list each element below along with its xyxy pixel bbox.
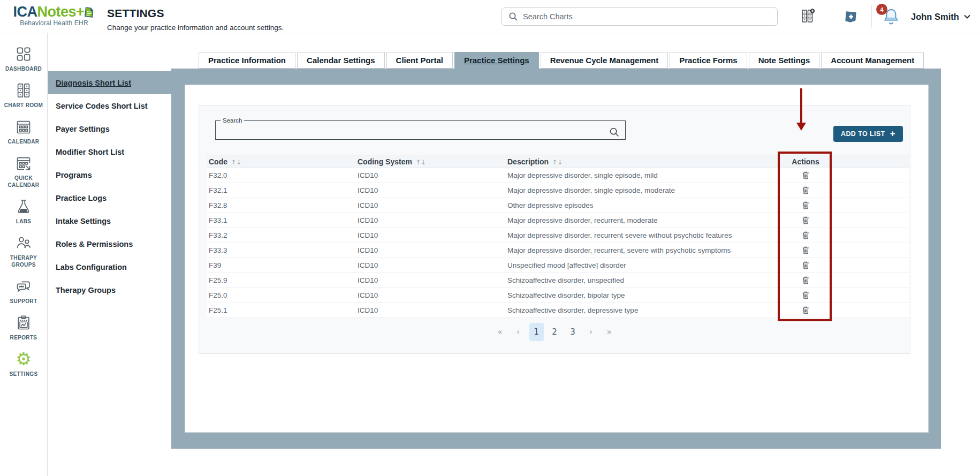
support-chat-icon bbox=[16, 278, 32, 294]
pagination-prev[interactable]: ‹ bbox=[511, 323, 526, 341]
cell-actions bbox=[779, 185, 832, 195]
delete-row-button[interactable] bbox=[800, 290, 811, 300]
logo-tagline: Behavioral Health EHR bbox=[9, 19, 100, 27]
table-body: F32.0 ICD10 Major depressive disorder, s… bbox=[207, 168, 909, 318]
cell-code: F33.2 bbox=[207, 231, 356, 239]
delete-row-button[interactable] bbox=[800, 260, 811, 270]
pagination-next[interactable]: › bbox=[584, 323, 598, 341]
settings-nav-item-modifier-short-list[interactable]: Modifier Short List bbox=[48, 140, 171, 163]
sidebar-item-chart-room[interactable]: CHART ROOM bbox=[4, 82, 43, 109]
new-item-flag-button[interactable] bbox=[842, 9, 859, 25]
table-row: F32.8 ICD10 Other depressive episodes bbox=[207, 198, 909, 213]
cell-description: Schizoaffective disorder, depressive typ… bbox=[506, 306, 779, 314]
cell-actions bbox=[779, 215, 832, 225]
column-header-description[interactable]: Description↑↓ bbox=[506, 157, 779, 166]
search-icon[interactable] bbox=[609, 127, 620, 138]
pagination-page-1[interactable]: 1 bbox=[529, 323, 544, 341]
cell-actions bbox=[779, 170, 832, 180]
app-root: ICANotes+ Behavioral Health EHR SETTINGS… bbox=[0, 0, 980, 476]
settings-nav-item-roles-permissions[interactable]: Roles & Permissions bbox=[48, 232, 171, 255]
settings-tabs: Practice Information Calendar Settings C… bbox=[199, 52, 924, 69]
sidebar-item-quick-calendar[interactable]: QUICK CALENDAR bbox=[2, 155, 45, 188]
cell-code: F33.1 bbox=[207, 216, 356, 224]
list-search-input[interactable] bbox=[219, 125, 602, 141]
delete-row-button[interactable] bbox=[800, 215, 811, 225]
tab-account-management[interactable]: Account Management bbox=[821, 52, 924, 69]
cell-description: Unspecified mood [affective] disorder bbox=[506, 261, 779, 269]
cell-description: Major depressive disorder, recurrent sev… bbox=[506, 231, 779, 239]
tab-practice-information[interactable]: Practice Information bbox=[199, 52, 295, 69]
settings-nav-item-programs[interactable]: Programs bbox=[48, 163, 171, 186]
pagination-last[interactable]: » bbox=[602, 323, 617, 341]
top-bar: ICANotes+ Behavioral Health EHR SETTINGS… bbox=[0, 0, 980, 33]
diagnosis-table: Code↑↓ Coding System↑↓ Description↑↓ Act… bbox=[207, 155, 909, 318]
table-row: F25.0 ICD10 Schizoaffective disorder, bi… bbox=[207, 288, 909, 303]
add-to-list-label: ADD TO LIST bbox=[841, 130, 885, 138]
column-header-actions: Actions bbox=[779, 157, 832, 166]
tab-client-portal[interactable]: Client Portal bbox=[386, 52, 453, 69]
diagnosis-list-section: Search ADD TO LIST + Code↑↓ Coding Syste… bbox=[199, 105, 910, 354]
cell-coding-system: ICD10 bbox=[356, 171, 506, 179]
delete-row-button[interactable] bbox=[800, 245, 811, 255]
content-card: Search ADD TO LIST + Code↑↓ Coding Syste… bbox=[185, 85, 929, 433]
chart-search-box[interactable] bbox=[502, 7, 778, 26]
sort-icon[interactable]: ↑↓ bbox=[552, 158, 563, 166]
delete-row-button[interactable] bbox=[800, 230, 811, 240]
pagination-page-2[interactable]: 2 bbox=[548, 323, 562, 341]
pagination-first[interactable]: « bbox=[493, 323, 507, 341]
user-name: John Smith bbox=[911, 12, 959, 22]
sort-icon[interactable]: ↑↓ bbox=[416, 158, 426, 166]
search-icon bbox=[508, 12, 518, 21]
sidebar-item-labs[interactable]: LABS bbox=[16, 199, 32, 225]
add-to-list-button[interactable]: ADD TO LIST + bbox=[833, 126, 903, 142]
main-sidebar: DASHBOARD CHART ROOM CALENDAR QUICK CALE… bbox=[0, 33, 48, 476]
page-title: SETTINGS bbox=[107, 7, 284, 20]
sidebar-item-support[interactable]: SUPPORT bbox=[10, 278, 37, 305]
cell-actions bbox=[779, 230, 832, 240]
table-row: F33.1 ICD10 Major depressive disorder, r… bbox=[207, 213, 909, 228]
settings-nav-item-payer-settings[interactable]: Payer Settings bbox=[48, 117, 171, 140]
delete-row-button[interactable] bbox=[800, 185, 811, 195]
settings-nav-item-intake-settings[interactable]: Intake Settings bbox=[48, 209, 171, 232]
quick-calendar-icon bbox=[16, 155, 32, 171]
chart-search-input[interactable] bbox=[523, 12, 771, 21]
logo-text: ICANotes+ bbox=[9, 4, 100, 20]
sidebar-label: REPORTS bbox=[10, 334, 37, 341]
cell-actions bbox=[779, 260, 832, 270]
chart-room-icon bbox=[16, 82, 32, 99]
column-header-code[interactable]: Code↑↓ bbox=[207, 157, 356, 166]
delete-row-button[interactable] bbox=[800, 200, 811, 210]
tab-practice-settings[interactable]: Practice Settings bbox=[454, 52, 539, 69]
user-menu[interactable]: John Smith bbox=[911, 0, 971, 33]
sidebar-item-calendar[interactable]: CALENDAR bbox=[8, 119, 40, 145]
icanotes-logo[interactable]: ICANotes+ Behavioral Health EHR bbox=[9, 4, 100, 27]
tab-practice-forms[interactable]: Practice Forms bbox=[670, 52, 747, 69]
delete-row-button[interactable] bbox=[800, 275, 811, 285]
table-header-row: Code↑↓ Coding System↑↓ Description↑↓ Act… bbox=[207, 155, 909, 168]
list-search-field: Search bbox=[215, 117, 626, 140]
delete-row-button[interactable] bbox=[800, 305, 811, 315]
tab-note-settings[interactable]: Note Settings bbox=[749, 52, 820, 69]
sort-icon[interactable]: ↑↓ bbox=[231, 158, 241, 166]
cell-coding-system: ICD10 bbox=[356, 306, 506, 314]
settings-nav-item-service-codes-short-list[interactable]: Service Codes Short List bbox=[48, 94, 171, 117]
delete-row-button[interactable] bbox=[800, 170, 811, 180]
sidebar-item-therapy-groups[interactable]: THERAPY GROUPS bbox=[2, 235, 45, 268]
sidebar-item-settings[interactable]: ⚙ SETTINGS bbox=[10, 351, 38, 377]
settings-nav-item-practice-logs[interactable]: Practice Logs bbox=[48, 186, 171, 209]
tab-revenue-cycle-management[interactable]: Revenue Cycle Management bbox=[541, 52, 668, 69]
column-header-coding-system[interactable]: Coding System↑↓ bbox=[356, 157, 506, 166]
cell-actions bbox=[779, 200, 832, 210]
cell-description: Schizoaffective disorder, unspecified bbox=[506, 276, 779, 284]
settings-nav-item-therapy-groups[interactable]: Therapy Groups bbox=[48, 278, 171, 301]
therapy-groups-icon bbox=[16, 235, 32, 251]
settings-nav-item-labs-configuration[interactable]: Labs Configuration bbox=[48, 255, 171, 278]
tab-calendar-settings[interactable]: Calendar Settings bbox=[297, 52, 385, 69]
pagination-page-3[interactable]: 3 bbox=[566, 323, 580, 341]
sidebar-item-dashboard[interactable]: DASHBOARD bbox=[5, 46, 42, 72]
sidebar-item-reports[interactable]: REPORTS bbox=[10, 315, 37, 341]
add-chart-cabinet-button[interactable] bbox=[800, 8, 816, 24]
cell-coding-system: ICD10 bbox=[356, 186, 506, 194]
dashboard-icon bbox=[16, 46, 32, 62]
settings-nav-item-diagnosis-short-list[interactable]: Diagnosis Short List bbox=[48, 71, 171, 94]
